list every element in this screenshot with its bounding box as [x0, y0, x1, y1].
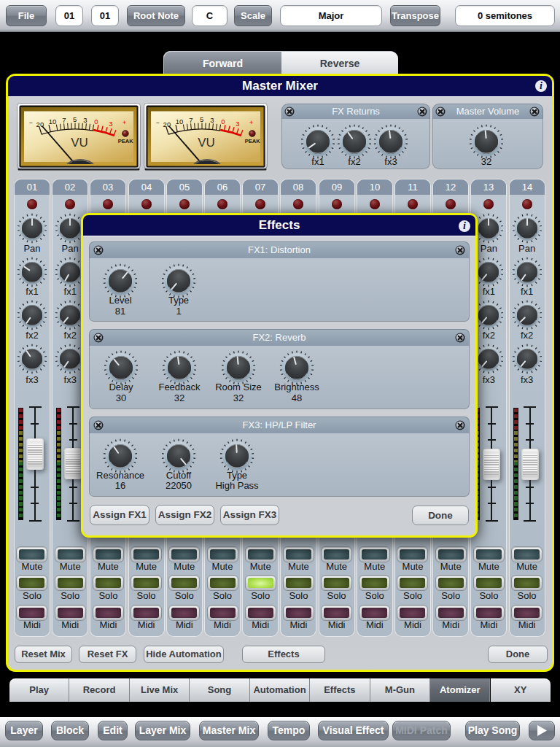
svg-text:PEAK: PEAK — [118, 138, 134, 144]
svg-text:10: 10 — [176, 117, 184, 125]
svg-text:0: 0 — [221, 117, 225, 125]
svg-text:3: 3 — [236, 120, 239, 128]
svg-text:+: + — [122, 118, 127, 126]
svg-text:5: 5 — [73, 115, 77, 123]
svg-text:5: 5 — [200, 115, 203, 123]
svg-text:3: 3 — [109, 120, 112, 128]
svg-text:3: 3 — [83, 116, 87, 124]
svg-text:7: 7 — [62, 116, 66, 124]
svg-text:−: − — [29, 119, 33, 126]
svg-text:10: 10 — [49, 117, 57, 125]
svg-text:0: 0 — [94, 117, 98, 125]
svg-text:3: 3 — [210, 116, 214, 124]
svg-text:+: + — [249, 118, 254, 126]
svg-text:VU: VU — [198, 136, 215, 150]
svg-text:7: 7 — [189, 116, 192, 124]
svg-text:VU: VU — [71, 136, 88, 150]
svg-text:PEAK: PEAK — [245, 138, 261, 144]
svg-text:−: − — [156, 119, 160, 126]
